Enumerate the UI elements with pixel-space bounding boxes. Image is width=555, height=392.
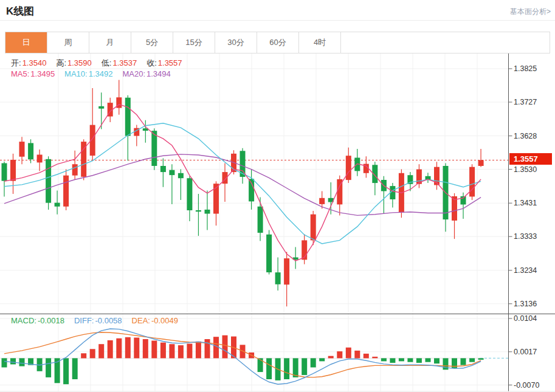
macd-histogram bbox=[2, 335, 484, 385]
macd-legend: MACD:-0.0018DIFF:-0.0058DEA:-0.0049 bbox=[11, 316, 188, 325]
candlesticks bbox=[2, 80, 484, 307]
legend-value: 1.3494 bbox=[147, 69, 171, 78]
legend-value: -0.0058 bbox=[95, 316, 122, 325]
legend-label: 开: bbox=[11, 58, 21, 67]
current-price-tag: 1.3557 bbox=[509, 153, 552, 165]
price-axis-label: 1.3431 bbox=[514, 198, 537, 208]
grid-lines bbox=[0, 53, 509, 391]
macd-legend-item: DIFF:-0.0058 bbox=[74, 316, 122, 325]
ohlc-legend-item: 高:1.3590 bbox=[56, 58, 91, 67]
price-axis-label: 1.3234 bbox=[514, 266, 537, 275]
macd-axis-label: 0.0017 bbox=[514, 347, 537, 357]
legend-label: 高: bbox=[56, 58, 66, 67]
legend-value: 1.3492 bbox=[89, 69, 113, 78]
ohlc-legend-item: 低:1.3537 bbox=[102, 58, 137, 67]
legend-label: MA20: bbox=[122, 69, 145, 78]
legend-value: 1.3495 bbox=[30, 69, 55, 78]
legend-label: MACD: bbox=[11, 316, 36, 325]
macd-axis-label: -0.0070 bbox=[514, 380, 539, 390]
legend-value: 1.3557 bbox=[158, 58, 182, 67]
price-axis-label: 1.3825 bbox=[514, 64, 537, 74]
ma-legend-item: MA5:1.3495 bbox=[11, 69, 55, 78]
legend-label: DEA: bbox=[132, 316, 150, 325]
price-axis-label: 1.3628 bbox=[514, 131, 537, 141]
legend-label: 收: bbox=[147, 58, 157, 67]
legend-value: 1.3537 bbox=[112, 58, 137, 67]
legend-label: DIFF: bbox=[74, 316, 94, 325]
price-axis-label: 1.3136 bbox=[514, 299, 537, 309]
ma-legend-item: MA20:1.3494 bbox=[122, 69, 170, 78]
legend-value: 1.3590 bbox=[67, 58, 92, 67]
legend-value: -0.0018 bbox=[38, 316, 64, 325]
ohlc-legend-item: 开:1.3540 bbox=[11, 58, 46, 67]
legend-label: MA5: bbox=[11, 69, 29, 78]
price-axis-label: 1.3727 bbox=[514, 97, 537, 107]
legend-label: 低: bbox=[102, 58, 112, 67]
ma-legend: MA5:1.3495MA10:1.3492MA20:1.3494 bbox=[11, 69, 181, 78]
price-axis-label: 1.3333 bbox=[514, 232, 537, 241]
legend-label: MA10: bbox=[64, 69, 88, 78]
price-axis-label: 1.3530 bbox=[514, 165, 537, 174]
ma-legend-item: MA10:1.3492 bbox=[64, 69, 112, 78]
macd-legend-item: MACD:-0.0018 bbox=[11, 316, 64, 325]
macd-legend-item: DEA:-0.0049 bbox=[132, 316, 178, 325]
legend-value: 1.3540 bbox=[22, 58, 47, 67]
legend-value: -0.0049 bbox=[151, 316, 178, 325]
kline-page: K线图 基本面分析> 日周月5分15分30分60分4时 开:1.3540高:1.… bbox=[0, 0, 555, 392]
ohlc-legend: 开:1.3540高:1.3590低:1.3537收:1.3557 bbox=[11, 58, 192, 69]
macd-axis-label: 0.0104 bbox=[514, 314, 537, 323]
ohlc-legend-item: 收:1.3557 bbox=[147, 58, 182, 67]
axis-lines bbox=[0, 53, 555, 391]
